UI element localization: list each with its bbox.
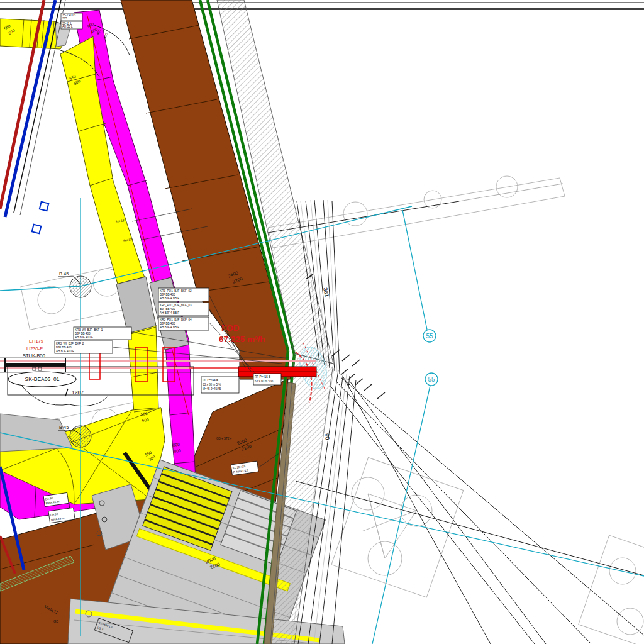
svg-text:KR3_PO1_BJF_BKF_02: KR3_PO1_BJF_BKF_02	[160, 289, 192, 292]
callout-c1: KR3_PO1_BJF_BKF_02 BJF BB 400 AH BJF 4 B…	[158, 288, 209, 301]
eh-label: EH179	[29, 338, 43, 344]
callout-b2: KR3_WI_BJF_BKF_2 BJF BB 400 AH BJF 400 F	[55, 341, 113, 353]
li-label: LI230-E	[26, 346, 43, 352]
callout-b1: KR3_WI_BJF_BKF_1 BJF BB 400 AH BJF 400 F	[74, 327, 131, 340]
blue-square-symbols	[32, 202, 49, 234]
svg-text:BJF BB 400: BJF BB 400	[160, 293, 175, 296]
grid-bubble-1-label: 55	[426, 333, 433, 340]
yellow-mid-h: 600	[142, 418, 149, 423]
fod-value: 67.225 m³/h	[219, 335, 265, 344]
svg-text:BJF BB 400: BJF BB 400	[56, 346, 72, 349]
dimension-fan	[296, 274, 644, 644]
svg-text:63 x 80 m 5 %: 63 x 80 m 5 %	[255, 380, 273, 383]
svg-text:AH BJF 4 BB F: AH BJF 4 BB F	[160, 311, 179, 314]
svg-text:AH BJF 4 BB F: AH BJF 4 BB F	[160, 326, 179, 329]
svg-text:BJF BB 400: BJF BB 400	[75, 332, 91, 335]
topright-structure-lines	[268, 184, 563, 233]
svg-text:BJF BB 400: BJF BB 400	[160, 308, 175, 311]
svg-text:KR3_PO1_BJF_BKF_03: KR3_PO1_BJF_BKF_03	[160, 304, 192, 307]
b45-lower-label: B 45	[59, 425, 69, 430]
dim-90: 90	[323, 433, 331, 440]
callout-t1: 35-2 FL03 305	[61, 13, 82, 21]
b45-upper-label: B 45	[59, 271, 69, 277]
gb-note: GB	[53, 619, 58, 623]
magenta-mid-w: 800	[172, 442, 180, 447]
svg-text:63 x 80 m 5 %: 63 x 80 m 5 %	[203, 383, 221, 386]
svg-text:KR3_PO1_BJF_BKF_04: KR3_PO1_BJF_BKF_04	[160, 318, 192, 321]
svg-text:305: 305	[62, 17, 67, 20]
callout-d1: RF P=415 B 63 x 80 m 5 % M=45 J=45/45	[201, 377, 239, 393]
svg-text:AH BJF 4 BB F: AH BJF 4 BB F	[160, 297, 179, 300]
equipment-tag-text: SK-BEA06_01	[25, 376, 60, 382]
svg-text:BJF BB 400: BJF BB 400	[160, 322, 175, 325]
svg-text:RF P=415 B: RF P=415 B	[255, 375, 270, 379]
svg-text:AH BJF 400 F: AH BJF 400 F	[75, 336, 93, 339]
callout-t2: 30-11 L AH 30 L	[61, 21, 82, 29]
callout-d2: RF P=415 B 63 x 80 m 5 %	[253, 374, 281, 385]
magenta-mid-h: 800	[174, 448, 181, 453]
svg-text:M=45 J=45/45: M=45 J=45/45	[203, 387, 221, 391]
svg-text:KR3_WI_BJF_BKF_2: KR3_WI_BJF_BKF_2	[56, 342, 84, 345]
yellow-mid-w: 550	[140, 411, 148, 416]
svg-text:RF P=415 B: RF P=415 B	[203, 379, 218, 382]
gb-st-note: GB + ST2 +	[216, 437, 232, 440]
lintel-bar	[5, 363, 65, 367]
dim-1287: 1287	[72, 389, 84, 396]
tag-bracket-assembly: SK-BEA06_01 1287	[8, 367, 194, 406]
callout-c2: KR3_PO1_BJF_BKF_03 BJF BB 400 AH BJF 4 B…	[158, 303, 209, 316]
cad-plan-drawing: SK-BEA06_01 1287 55 55 B 45 B 45 4xx-13x…	[0, 0, 644, 644]
stuk-label: STUK-B50	[23, 353, 45, 358]
svg-text:KR3_WI_BJF_BKF_1: KR3_WI_BJF_BKF_1	[75, 328, 103, 331]
callout-c3: KR3_PO1_BJF_BKF_04 BJF BB 400 AH BJF 4 B…	[158, 317, 209, 330]
cad-drawing-viewport: SK-BEA06_01 1287 55 55 B 45 B 45 4xx-13x…	[0, 0, 644, 644]
grid-bubble-2-label: 55	[428, 376, 435, 383]
svg-text:AH 30 L: AH 30 L	[62, 25, 73, 28]
svg-text:AH BJF 400 F: AH BJF 400 F	[56, 350, 74, 353]
